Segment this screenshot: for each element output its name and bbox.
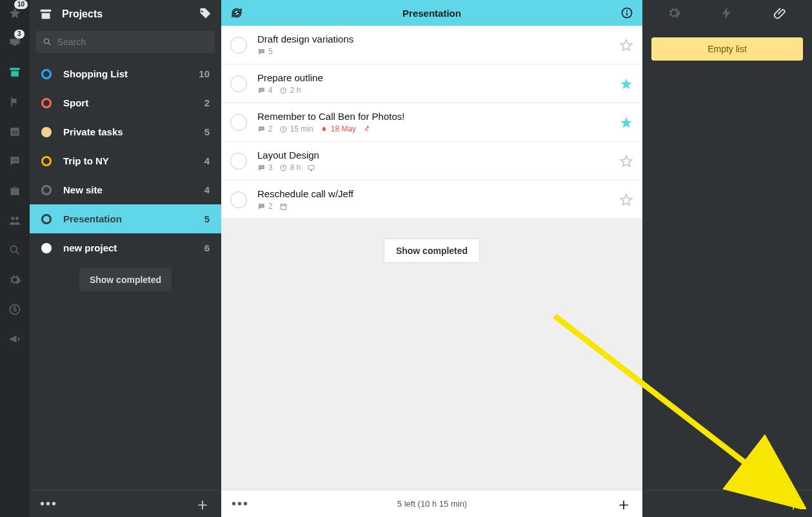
task-checkbox[interactable] bbox=[230, 114, 247, 131]
task-row[interactable]: Prepare outline42 h bbox=[221, 64, 642, 103]
sidebar-search[interactable] bbox=[36, 31, 215, 53]
project-item[interactable]: new project6 bbox=[30, 233, 221, 258]
task-panel-status: 5 left (10 h 15 min) bbox=[397, 499, 467, 509]
clock-icon bbox=[279, 86, 288, 95]
task-checkbox[interactable] bbox=[230, 153, 247, 170]
add-task-button[interactable]: ＋ bbox=[615, 496, 632, 512]
svg-point-15 bbox=[262, 50, 263, 51]
task-checkbox[interactable] bbox=[230, 191, 247, 208]
task-checkbox[interactable] bbox=[230, 37, 247, 54]
calendar-icon bbox=[279, 202, 288, 211]
detail-header bbox=[642, 0, 812, 28]
svg-point-3 bbox=[16, 159, 17, 161]
task-panel-header: Presentation bbox=[221, 0, 642, 26]
svg-rect-29 bbox=[309, 165, 315, 169]
sidebar-more-icon[interactable]: ••• bbox=[40, 496, 57, 511]
task-panel: Presentation Draft design variations5Pre… bbox=[221, 0, 642, 517]
task-row[interactable]: Reschedule call w/Jeff2 bbox=[221, 180, 642, 219]
flame-icon bbox=[320, 125, 328, 133]
refresh-icon[interactable] bbox=[230, 6, 243, 19]
screen-icon bbox=[307, 164, 315, 172]
task-comments: 4 bbox=[268, 86, 273, 95]
task-checkbox[interactable] bbox=[230, 75, 247, 92]
paperclip-icon bbox=[773, 6, 787, 20]
project-item[interactable]: Shopping List10 bbox=[30, 59, 221, 88]
star-icon bbox=[619, 154, 633, 168]
detail-tab-settings[interactable] bbox=[655, 2, 693, 26]
project-count: 5 bbox=[204, 213, 210, 224]
detail-tab-attachments[interactable] bbox=[762, 2, 799, 26]
task-comments: 2 bbox=[268, 124, 273, 133]
project-color-dot bbox=[41, 243, 52, 253]
nav-rail: 10 3 23 $ bbox=[0, 0, 30, 517]
task-row[interactable]: Remember to Call Ben for Photos!215 min1… bbox=[221, 103, 642, 142]
task-row[interactable]: Draft design variations5 bbox=[221, 26, 642, 64]
project-item[interactable]: Trip to NY4 bbox=[30, 146, 221, 175]
rail-star-badge: 10 bbox=[14, 0, 28, 9]
project-item[interactable]: Sport2 bbox=[30, 88, 221, 117]
task-meta: 38 h bbox=[257, 163, 619, 172]
task-row[interactable]: Layout Design38 h bbox=[221, 142, 642, 180]
detail-footer: ＋ bbox=[642, 490, 812, 517]
project-name: New site bbox=[63, 184, 204, 195]
detail-tab-activity[interactable] bbox=[708, 2, 746, 26]
sidebar-add-project-button[interactable]: ＋ bbox=[194, 496, 211, 512]
detail-add-button[interactable]: ＋ bbox=[785, 496, 802, 512]
task-show-completed-button[interactable]: Show completed bbox=[384, 239, 480, 263]
comments-icon bbox=[257, 86, 266, 95]
task-star-button[interactable] bbox=[619, 115, 633, 130]
svg-rect-33 bbox=[281, 204, 286, 209]
sidebar-show-completed-button[interactable]: Show completed bbox=[79, 268, 172, 291]
svg-point-17 bbox=[261, 89, 262, 90]
task-star-button[interactable] bbox=[619, 38, 633, 52]
task-star-button[interactable] bbox=[619, 77, 633, 91]
task-time: 2 h bbox=[290, 86, 301, 95]
clock-icon bbox=[279, 164, 288, 172]
project-item[interactable]: Private tasks5 bbox=[30, 117, 221, 146]
task-title: Layout Design bbox=[257, 150, 619, 161]
svg-point-32 bbox=[262, 205, 263, 206]
rail-settings[interactable] bbox=[0, 271, 30, 289]
project-item[interactable]: New site4 bbox=[30, 175, 221, 204]
svg-point-18 bbox=[262, 89, 263, 90]
project-color-dot bbox=[41, 156, 52, 166]
info-icon[interactable] bbox=[620, 6, 633, 19]
megaphone-icon bbox=[8, 333, 21, 346]
task-meta: 215 min18 May bbox=[257, 124, 619, 133]
project-color-dot bbox=[41, 214, 52, 224]
project-item[interactable]: Presentation5 bbox=[30, 204, 221, 233]
sidebar-header: Projects bbox=[30, 0, 221, 28]
svg-point-31 bbox=[261, 205, 262, 206]
rail-announce[interactable] bbox=[0, 330, 30, 348]
chat-icon bbox=[8, 155, 21, 168]
search-input[interactable] bbox=[57, 37, 208, 47]
rail-chat[interactable] bbox=[0, 152, 30, 170]
svg-point-5 bbox=[15, 217, 19, 220]
task-panel-more-icon[interactable]: ••• bbox=[232, 496, 249, 511]
tag-icon[interactable] bbox=[198, 7, 212, 21]
rail-calendar[interactable]: 23 bbox=[0, 122, 30, 141]
rail-projects[interactable] bbox=[0, 63, 30, 81]
rail-billing[interactable]: $ bbox=[0, 300, 30, 318]
task-meta: 2 bbox=[257, 202, 619, 211]
project-color-dot bbox=[41, 98, 52, 108]
rail-people[interactable] bbox=[0, 211, 30, 229]
project-count: 4 bbox=[204, 184, 210, 195]
rail-search[interactable] bbox=[0, 241, 30, 259]
svg-point-1 bbox=[12, 159, 14, 161]
task-meta: 5 bbox=[257, 47, 619, 56]
svg-point-16 bbox=[260, 89, 261, 90]
task-comments: 5 bbox=[268, 47, 273, 56]
archive-icon bbox=[8, 66, 21, 79]
task-title: Prepare outline bbox=[257, 72, 619, 83]
rail-star[interactable]: 10 bbox=[0, 4, 30, 22]
task-time: 8 h bbox=[290, 163, 301, 172]
project-count: 2 bbox=[204, 97, 210, 108]
sidebar-title: Projects bbox=[62, 8, 198, 20]
task-star-button[interactable] bbox=[619, 193, 633, 207]
rail-briefcase[interactable] bbox=[0, 182, 30, 200]
rail-inbox[interactable]: 3 bbox=[0, 34, 30, 52]
rail-flag[interactable] bbox=[0, 93, 30, 111]
task-star-button[interactable] bbox=[619, 154, 633, 168]
archive-icon bbox=[39, 7, 53, 21]
